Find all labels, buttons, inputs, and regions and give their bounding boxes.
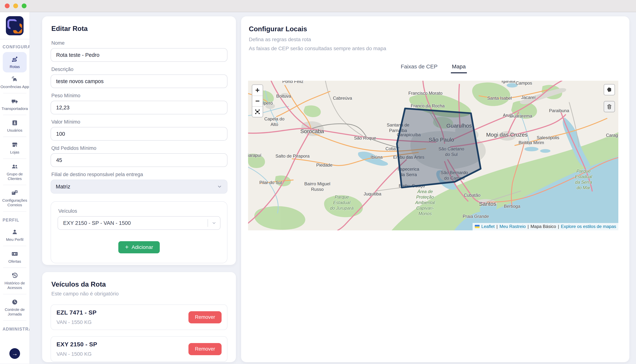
map-city-label: Itapecerica da Serra [398, 166, 419, 178]
locations-subtitle-2: As faixas de CEP serão consultadas sempr… [249, 44, 617, 53]
add-vehicle-button[interactable]: + Adicionar [118, 241, 160, 253]
divider [3, 115, 26, 115]
remove-vehicle-button[interactable]: Remover [188, 343, 222, 355]
window-maximize-button[interactable] [22, 4, 27, 8]
sidebar-item-usuarios[interactable]: Usuários [1, 116, 28, 136]
map-city-label: Piedade [316, 162, 332, 168]
map-city-label: São Bernardo do Campo [441, 170, 468, 181]
id-card-icon [11, 119, 19, 127]
name-input[interactable] [51, 48, 227, 62]
description-input[interactable] [51, 74, 227, 88]
polygon-icon [606, 86, 613, 93]
tab-faixas-de-cep[interactable]: Faixas de CEP [400, 64, 439, 73]
vehicles-box: Veículos EXY 2150 - SP - VAN - 1500 + Ad… [51, 201, 227, 263]
separator: | [558, 224, 559, 229]
map-attribution: Leaflet | Meu Rastreio | Mapa Básico | E… [473, 223, 618, 230]
map-city-label: Embu das Artes [393, 154, 424, 160]
map-city-label: Santos [479, 200, 496, 207]
fullscreen-button[interactable] [252, 106, 263, 117]
chevron-down-icon [217, 184, 222, 189]
vehicle-plate: EZL 7471 - SP [57, 309, 97, 316]
map-labels: Porto FelizBoituvaItuCabreúvaIperóCapela… [248, 81, 618, 230]
tab-mapa[interactable]: Mapa [451, 64, 467, 73]
vehicle-select-value: EXY 2150 - SP - VAN - 1500 [63, 220, 131, 226]
sidebar-item-grupo-de-clientes[interactable]: Grupo de Clientes [1, 160, 28, 184]
map-city-label: Salesópolis [537, 135, 559, 140]
min-weight-input[interactable] [51, 101, 227, 114]
map-city-label: Iperó [263, 100, 273, 106]
map-city-label: Capela do Alto [264, 116, 284, 127]
map-styles-link[interactable]: Explore os estilos de mapas [561, 224, 616, 229]
locations-title: Configurar Locais [249, 25, 618, 33]
leaflet-link[interactable]: Leaflet [481, 224, 495, 229]
description-label: Descrição [51, 66, 227, 72]
arrow-right-icon: → [12, 350, 18, 357]
route-icon [11, 55, 19, 63]
vehicle-select[interactable]: EXY 2150 - SP - VAN - 1500 [58, 216, 220, 230]
delete-polygon-button[interactable] [604, 101, 615, 112]
sidebar-section-perfil: PERFIL [3, 218, 30, 223]
banknote-icon [11, 250, 19, 258]
divider [3, 320, 26, 320]
sidebar-item-meu-perfil[interactable]: Meu Perfil [1, 225, 28, 245]
sidebar-item-lojas[interactable]: Lojas [1, 138, 28, 158]
zoom-in-button[interactable]: + [252, 85, 263, 96]
window-minimize-button[interactable] [13, 4, 18, 8]
sidebar-item-configuracoes-correios[interactable]: Configurações Correios [1, 186, 28, 210]
sidebar-item-ocorrencias-app[interactable]: Ocorrências App [1, 72, 28, 92]
sidebar-item-controle-de-jornada[interactable]: Controle de Jornada [1, 295, 28, 320]
store-icon [11, 141, 19, 148]
map-city-label: Boituva [276, 94, 291, 99]
map-city-label: Francisco Morato [408, 90, 442, 96]
window-close-button[interactable] [5, 4, 10, 8]
branch-select[interactable]: Matriz [51, 180, 227, 194]
chevron-down-icon [208, 220, 220, 226]
meu-rastreio-link[interactable]: Meu Rastreio [499, 224, 526, 229]
map-city-label: Juquitiba [364, 191, 381, 197]
sidebar-item-transportadora[interactable]: Transportadora [1, 94, 28, 114]
separator: | [496, 224, 498, 229]
divider [3, 211, 26, 212]
clock-icon [11, 298, 19, 306]
map-city-label: Franco da Rocha [411, 103, 445, 109]
name-label: Nome [51, 40, 227, 46]
route-vehicles-card: Veículos da Rota Este campo não é obriga… [42, 272, 236, 362]
map-city-label: Embu-Guaçu [399, 183, 425, 188]
zoom-out-button[interactable]: − [252, 96, 263, 106]
map-city-label: Bertioga [504, 204, 520, 209]
page-title: Editar Rota [51, 25, 227, 32]
ukraine-flag-icon [475, 225, 480, 228]
min-weight-label: Peso Mínimo [51, 93, 227, 98]
trash-icon [606, 103, 613, 110]
draw-polygon-button[interactable] [604, 84, 615, 96]
fullscreen-icon [255, 109, 260, 114]
branch-select-value: Matriz [56, 184, 70, 190]
branch-label: Filial de destino responsável pela entre… [51, 172, 227, 178]
locations-subtitle-1: Defina as regras desta rota [249, 36, 617, 44]
map-city-label: Parque Estadual da Serra do Mar [575, 168, 592, 190]
map-city-label: Salto de Pirapora [275, 153, 309, 159]
app-logo [6, 16, 24, 35]
map-city-label: Pilar do Sul [259, 180, 282, 185]
sidebar-expand-button[interactable]: → [10, 348, 20, 359]
map-city-label: Cabreúva [333, 96, 352, 101]
min-orders-input[interactable] [51, 153, 227, 167]
sidebar-item-ofertas[interactable]: Ofertas [1, 247, 28, 267]
min-value-input[interactable] [51, 127, 227, 141]
route-vehicles-title: Veículos da Rota [51, 280, 227, 288]
divider [0, 39, 30, 39]
map-city-label: São Paulo [429, 136, 454, 143]
route-vehicles-subtitle: Este campo não é obrigatório [51, 291, 227, 297]
remove-vehicle-button[interactable]: Remover [188, 311, 222, 323]
sidebar-item-rotas[interactable]: Rotas [3, 52, 27, 72]
map-city-label: São Caetano do Sul [439, 146, 464, 157]
user-icon [11, 228, 19, 236]
map[interactable]: Porto FelizBoituvaItuCabreúvaIperóCapela… [248, 81, 618, 230]
divider [3, 158, 26, 159]
map-city-label: Paraibuna [549, 108, 569, 114]
map-city-label: Parque Estadual do Jurupará [330, 194, 354, 211]
map-city-label: Mogi das Cruzes [486, 132, 528, 138]
user-group-icon [11, 163, 19, 170]
sidebar-item-historico-de-acessos[interactable]: Histórico de Acessos [1, 269, 28, 293]
parcel-upload-icon [11, 189, 19, 197]
